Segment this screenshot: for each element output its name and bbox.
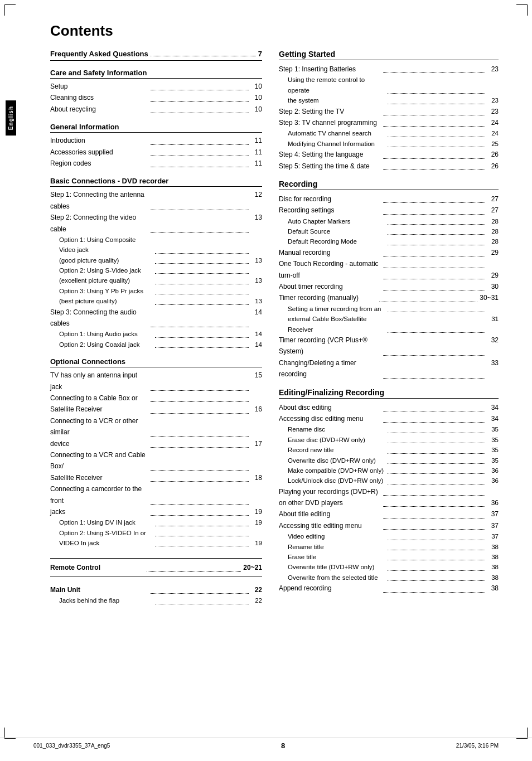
- care-safety-title: Care and Safety Information: [50, 69, 262, 79]
- list-item: Connecting to a VCR and Cable Box/: [50, 449, 262, 472]
- general-info-entries: Introduction 11 Accessories supplied 11 …: [50, 135, 262, 169]
- list-item: Option 3: Using Y Pb Pr jacks: [50, 286, 262, 296]
- list-item: Lock/Unlock disc (DVD+RW only) 36: [279, 476, 499, 486]
- general-info-title: General Information: [50, 123, 262, 133]
- corner-mark-bl: [4, 728, 16, 739]
- list-item: Setup 10: [50, 81, 262, 92]
- section-main-unit: Main Unit 22 Jacks behind the flap 22: [50, 584, 262, 606]
- list-item: Timer recording (manually) 30~31: [279, 292, 499, 303]
- left-column: Frequently Asked Questions 7 Care and Sa…: [50, 50, 262, 614]
- list-item: Accessories supplied 11: [50, 147, 262, 158]
- list-item: Option 1: Using DV IN jack 19: [50, 517, 262, 527]
- main-unit-entry: Main Unit 22: [50, 584, 262, 595]
- list-item: Changing/Deleting a timer recording 33: [279, 357, 499, 380]
- list-item: Overwrite disc (DVD+RW only) 35: [279, 455, 499, 466]
- list-item: external Cable Box/Satellite Receiver 31: [279, 314, 499, 335]
- basic-connections-entries: Step 1: Connecting the antenna cables 12…: [50, 189, 262, 350]
- list-item: jacks 19: [50, 506, 262, 517]
- list-item: Introduction 11: [50, 135, 262, 146]
- section-faq: Frequently Asked Questions 7: [50, 50, 262, 61]
- section-general-info: General Information Introduction 11 Acce…: [50, 123, 262, 169]
- list-item: Step 5: Setting the time & date 26: [279, 161, 499, 172]
- list-item: Default Source 28: [279, 226, 499, 236]
- optional-connections-title: Optional Connections: [50, 357, 262, 367]
- list-item: Accessing disc editing menu 34: [279, 413, 499, 424]
- list-item: Cleaning discs 10: [50, 92, 262, 103]
- recording-title: Recording: [279, 180, 499, 190]
- list-item: Manual recording 29: [279, 247, 499, 258]
- getting-started-entries: Step 1: Inserting Batteries 23 Using the…: [279, 64, 499, 172]
- editing-title: Editing/Finalizing Recording: [279, 388, 499, 399]
- section-care-safety: Care and Safety Information Setup 10 Cle…: [50, 69, 262, 115]
- faq-header: Frequently Asked Questions 7: [50, 50, 262, 61]
- right-column: Getting Started Step 1: Inserting Batter…: [279, 50, 499, 614]
- list-item: Step 2: Setting the TV 23: [279, 106, 499, 117]
- list-item: Satellite Receiver 16: [50, 404, 262, 415]
- list-item: Automatic TV channel search 24: [279, 128, 499, 138]
- footer-timestamp: 21/3/05, 3:16 PM: [456, 743, 499, 749]
- section-optional-connections: Optional Connections TV has only an ante…: [50, 357, 262, 548]
- list-item: Step 3: Connecting the audio cables 14: [50, 307, 262, 329]
- list-item: Option 2: Using S-VIDEO In or: [50, 528, 262, 538]
- getting-started-title: Getting Started: [279, 50, 499, 60]
- section-recording: Recording Disc for recording 27 Recordin…: [279, 180, 499, 380]
- corner-mark-br: [516, 728, 528, 739]
- list-item: device 17: [50, 438, 262, 449]
- care-safety-entries: Setup 10 Cleaning discs 10 About recycli…: [50, 81, 262, 115]
- section-getting-started: Getting Started Step 1: Inserting Batter…: [279, 50, 499, 172]
- list-item: About recycling 10: [50, 104, 262, 115]
- list-item: Satellite Receiver 18: [50, 472, 262, 483]
- list-item: Option 2: Using S-Video jack: [50, 265, 262, 275]
- list-item: One Touch Recording - automatic: [279, 258, 499, 269]
- list-item: Step 3: TV channel programming 24: [279, 117, 499, 128]
- list-item: Overwrite title (DVD+RW only) 38: [279, 562, 499, 572]
- list-item: About disc editing 34: [279, 402, 499, 413]
- list-item: Connecting a camcorder to the front: [50, 483, 262, 506]
- remote-control-entry: Remote Control 20~21: [50, 562, 262, 573]
- list-item: VIDEO In jack 19: [50, 538, 262, 548]
- list-item: Connecting to a VCR or other similar: [50, 415, 262, 438]
- list-item: Erase disc (DVD+RW only) 35: [279, 435, 499, 445]
- list-item: Jacks behind the flap 22: [50, 595, 262, 605]
- list-item: Connecting to a Cable Box or: [50, 392, 262, 404]
- footer-file: 001_033_dvdr3355_37A_eng5: [33, 743, 110, 749]
- list-item: (best picture quality) 13: [50, 296, 262, 306]
- list-item: Option 1: Using Audio jacks 14: [50, 329, 262, 339]
- editing-entries: About disc editing 34 Accessing disc edi…: [279, 402, 499, 594]
- list-item: Auto Chapter Markers 28: [279, 216, 499, 226]
- list-item: Step 2: Connecting the video cable 13: [50, 212, 262, 235]
- list-item: Step 4: Setting the language 26: [279, 149, 499, 160]
- toc-columns: Frequently Asked Questions 7 Care and Sa…: [50, 50, 499, 614]
- faq-dots: [151, 56, 256, 56]
- list-item: Overwrite from the selected title 38: [279, 573, 499, 583]
- list-item: Make compatible (DVD+RW only) 36: [279, 466, 499, 476]
- list-item: Timer recording (VCR Plus+® System) 32: [279, 335, 499, 357]
- section-basic-connections: Basic Connections - DVD recorder Step 1:…: [50, 177, 262, 350]
- list-item: Video editing 37: [279, 531, 499, 541]
- remote-control-divider: [50, 556, 262, 559]
- footer-page-number: 8: [281, 741, 285, 750]
- optional-connections-entries: TV has only an antenna input jack 15 Con…: [50, 370, 262, 548]
- list-item: (good picture quality) 13: [50, 255, 262, 265]
- list-item: Playing your recordings (DVD+R): [279, 486, 499, 497]
- list-item: Option 1: Using Composite Video jack: [50, 235, 262, 255]
- list-item: Using the remote control to operate: [279, 75, 499, 95]
- list-item: Region codes 11: [50, 158, 262, 169]
- list-item: Append recording 38: [279, 583, 499, 594]
- list-item: Record new title 35: [279, 445, 499, 455]
- section-editing: Editing/Finalizing Recording About disc …: [279, 388, 499, 594]
- basic-connections-title: Basic Connections - DVD recorder: [50, 177, 262, 187]
- faq-title: Frequently Asked Questions: [50, 50, 148, 58]
- list-item: Step 1: Inserting Batteries 23: [279, 64, 499, 75]
- list-item: Accessing title editing menu 37: [279, 520, 499, 531]
- list-item: Default Recording Mode 28: [279, 236, 499, 246]
- list-item: Rename disc 35: [279, 424, 499, 434]
- corner-mark-tr: [516, 4, 528, 16]
- list-item: Step 1: Connecting the antenna cables 12: [50, 189, 262, 212]
- section-remote-control: Remote Control 20~21: [50, 556, 262, 576]
- list-item: About title editing 37: [279, 508, 499, 520]
- list-item: Modifying Channel Information 25: [279, 139, 499, 149]
- list-item: (excellent picture quality) 13: [50, 275, 262, 285]
- list-item: Disc for recording 27: [279, 193, 499, 205]
- recording-entries: Disc for recording 27 Recording settings…: [279, 193, 499, 380]
